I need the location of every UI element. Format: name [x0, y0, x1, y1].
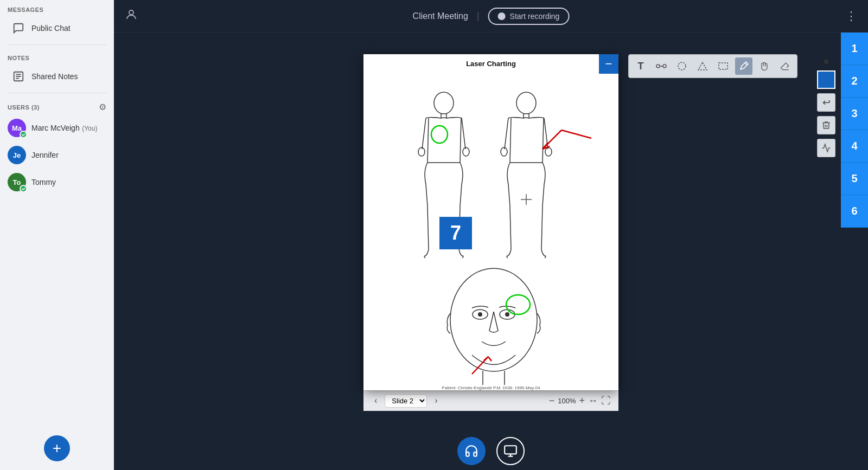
triangle-tool-icon: [697, 61, 708, 72]
person-icon: [125, 8, 138, 24]
svg-point-5: [434, 92, 454, 114]
svg-rect-50: [719, 63, 727, 69]
text-tool-button[interactable]: T: [632, 57, 649, 75]
notes-section-label: NOTES: [0, 48, 114, 63]
pencil-tool-button[interactable]: [735, 57, 752, 75]
svg-rect-31: [439, 217, 472, 249]
delete-button[interactable]: [817, 116, 835, 134]
slide-container: − Laser Charting: [363, 54, 618, 411]
hand-tool-icon: [759, 61, 770, 72]
sidebar-bottom: +: [0, 427, 114, 470]
screen-share-button[interactable]: [496, 437, 525, 465]
users-header: USERS (3) ⚙: [0, 96, 114, 114]
chart-button[interactable]: [817, 139, 835, 157]
pencil-tool-icon: [738, 61, 749, 72]
svg-point-20: [545, 147, 552, 156]
headset-button[interactable]: [457, 437, 486, 465]
svg-line-30: [559, 130, 561, 133]
side-panel-item-2[interactable]: 2: [841, 65, 868, 98]
avatar-badge-tommy: [20, 185, 27, 192]
sidebar-item-shared-notes[interactable]: Shared Notes: [3, 63, 111, 89]
svg-point-4: [129, 10, 133, 15]
prev-slide-button[interactable]: ‹: [371, 395, 380, 407]
side-panel: 1 2 3 4 5 6: [841, 33, 868, 228]
main-area: Client Meeting | Start recording ⋮ − Las…: [114, 0, 868, 470]
sidebar-item-public-chat[interactable]: Public Chat: [3, 15, 111, 41]
slide-selector[interactable]: Slide 2 Slide 1: [385, 394, 427, 408]
header-divider: |: [477, 10, 480, 22]
svg-line-8: [422, 118, 426, 149]
rect-tool-button[interactable]: [714, 57, 732, 75]
svg-point-19: [501, 147, 507, 156]
svg-line-42: [484, 357, 488, 360]
avatar-marc: Ma: [8, 119, 26, 137]
header: Client Meeting | Start recording ⋮: [114, 0, 868, 33]
svg-point-40: [506, 295, 530, 314]
slide-title: Laser Charting: [363, 54, 618, 68]
svg-line-51: [745, 63, 747, 65]
svg-line-29: [561, 130, 591, 138]
side-panel-item-1[interactable]: 1: [841, 33, 868, 65]
line-tool-button[interactable]: [653, 57, 670, 75]
side-panel-item-4[interactable]: 4: [841, 130, 868, 163]
meeting-title: Client Meeting: [413, 11, 468, 21]
oval-tool-button[interactable]: [673, 57, 691, 75]
side-panel-item-5[interactable]: 5: [841, 163, 868, 195]
oval-tool-icon: [676, 61, 687, 72]
zoom-out-button[interactable]: −: [549, 395, 555, 407]
line-tool-icon: [656, 61, 667, 72]
eraser-tool-icon: [780, 61, 790, 72]
add-button[interactable]: +: [44, 435, 70, 461]
trash-icon: [821, 120, 831, 130]
svg-rect-52: [505, 446, 516, 454]
zoom-percent: 100%: [558, 397, 576, 405]
users-section-label: USERS (3): [8, 104, 40, 111]
avatar-badge-marc: [20, 131, 27, 138]
svg-point-25: [431, 126, 448, 143]
svg-text:7: 7: [450, 222, 461, 244]
svg-point-47: [663, 65, 666, 68]
chat-icon: [11, 21, 26, 36]
svg-line-27: [542, 143, 548, 149]
gear-icon[interactable]: ⚙: [99, 102, 106, 112]
eraser-tool-button[interactable]: [776, 57, 794, 75]
more-icon[interactable]: ⋮: [845, 9, 857, 23]
user-name-marc: Marc McVeigh (You): [31, 123, 97, 133]
sidebar: MESSAGES Public Chat NOTES Shared Notes …: [0, 0, 114, 470]
user-item-tommy: To Tommy: [0, 169, 114, 196]
record-button[interactable]: Start recording: [488, 8, 570, 25]
svg-point-37: [500, 310, 515, 319]
side-panel-item-3[interactable]: 3: [841, 98, 868, 130]
mini-right-tools: ↩: [817, 56, 835, 157]
screen-share-icon: [503, 444, 518, 458]
svg-point-39: [505, 312, 509, 317]
slide-minus-button[interactable]: −: [599, 54, 618, 74]
record-label: Start recording: [510, 12, 560, 21]
user-name-jennifer: Jennifer: [31, 151, 59, 159]
text-tool-icon: T: [638, 61, 644, 72]
header-center: Client Meeting | Start recording: [413, 8, 570, 25]
svg-line-12: [427, 206, 429, 249]
svg-point-48: [678, 62, 686, 70]
avatar-tommy: To: [8, 173, 26, 191]
user-item-jennifer: Je Jennifer: [0, 141, 114, 169]
svg-point-38: [478, 312, 482, 317]
color-swatch[interactable]: [817, 70, 835, 89]
bottom-bar: [114, 432, 868, 470]
public-chat-label: Public Chat: [31, 24, 71, 33]
fullscreen-button[interactable]: ⛶: [601, 395, 611, 407]
side-panel-item-6[interactable]: 6: [841, 195, 868, 228]
hand-tool-button[interactable]: [756, 57, 773, 75]
rect-tool-icon: [718, 61, 729, 72]
triangle-tool-button[interactable]: [694, 57, 711, 75]
fit-width-button[interactable]: ↔: [588, 395, 598, 407]
svg-line-22: [541, 206, 542, 249]
svg-line-9: [462, 118, 465, 149]
slide-svg: 7: [363, 54, 618, 390]
undo-button[interactable]: ↩: [817, 93, 835, 112]
zoom-in-button[interactable]: +: [579, 395, 585, 407]
next-slide-button[interactable]: ›: [431, 395, 441, 407]
svg-point-36: [473, 310, 488, 319]
avatar-jennifer: Je: [8, 146, 26, 164]
user-item-marc: Ma Marc McVeigh (You): [0, 114, 114, 141]
